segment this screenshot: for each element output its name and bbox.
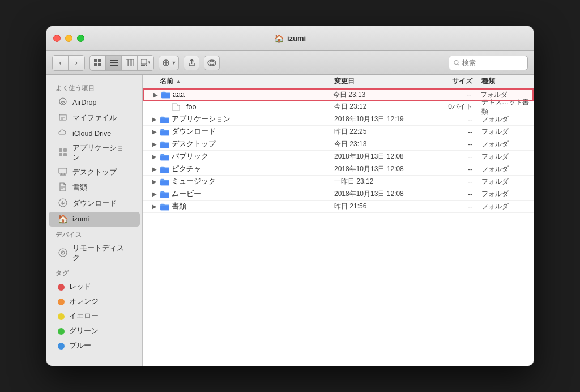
list-view-button[interactable] [106, 56, 122, 70]
svg-rect-7 [126, 59, 128, 66]
svg-rect-0 [94, 59, 97, 62]
tags-header: タグ [46, 266, 142, 279]
sidebar-item-label: デスクトップ [72, 168, 117, 177]
favorites-header: よく使う項目 [46, 80, 142, 94]
sidebar-item-label: オレンジ [69, 297, 99, 306]
disclosure-icon[interactable]: ▶ [151, 154, 158, 160]
file-type: フォルダ [477, 152, 534, 161]
svg-rect-9 [131, 59, 134, 66]
sidebar: よく使う項目 AirDrop マイファイル iCloud Drive [46, 75, 143, 366]
file-date: 今日 23:13 [329, 90, 430, 100]
sidebar-item-desktop[interactable]: デスクトップ [49, 165, 140, 180]
disclosure-icon[interactable]: ▶ [151, 116, 158, 122]
home-icon: 🏠 [274, 34, 284, 43]
title-text: izumi [287, 34, 306, 42]
svg-rect-10 [141, 59, 147, 64]
action-button[interactable]: ▼ [159, 56, 179, 70]
disclosure-icon[interactable]: ▶ [151, 203, 158, 210]
file-date: 昨日 21:56 [330, 202, 432, 211]
gallery-view-button[interactable]: ▼ [138, 56, 153, 70]
file-row[interactable]: ▶ デスクトップ 今日 23:13 -- フォルダ [143, 138, 534, 151]
sidebar-item-myfiles[interactable]: マイファイル [49, 110, 140, 126]
sidebar-item-label: ダウンロード [72, 199, 117, 208]
sidebar-item-tag-orange[interactable]: オレンジ [49, 295, 140, 309]
file-size: -- [432, 153, 477, 161]
file-type: フォルダ [477, 202, 534, 211]
svg-rect-30 [59, 153, 62, 156]
file-row[interactable]: ▶ アプリケーション 2018年10月13日 12:19 -- フォルダ [143, 113, 534, 126]
sidebar-item-remotedisk[interactable]: リモートディスク [49, 241, 140, 265]
col-type-header[interactable]: 種類 [477, 76, 534, 86]
sidebar-item-icloud[interactable]: iCloud Drive [49, 126, 140, 140]
file-type: フォルダ [477, 114, 534, 124]
svg-rect-3 [98, 63, 101, 66]
file-size: -- [432, 116, 477, 123]
sidebar-item-label: iCloud Drive [72, 130, 111, 138]
main-content: よく使う項目 AirDrop マイファイル iCloud Drive [46, 75, 534, 366]
myfiles-icon [58, 113, 68, 123]
close-button[interactable] [53, 35, 61, 42]
disclosure-icon[interactable]: ▶ [152, 92, 159, 98]
traffic-lights [53, 35, 84, 42]
tag-yellow-dot [58, 313, 65, 320]
disclosure-icon[interactable]: ▶ [151, 191, 158, 197]
file-row[interactable]: ▶ ピクチャ 2018年10月13日 12:08 -- フォルダ [143, 163, 534, 176]
file-name: ダウンロード [172, 127, 216, 137]
disclosure-icon[interactable]: ▶ [151, 141, 158, 147]
file-row[interactable]: ▶ パブリック 2018年10月13日 12:08 -- フォルダ [143, 151, 534, 163]
sidebar-item-downloads[interactable]: ダウンロード [49, 196, 140, 211]
column-view-button[interactable] [122, 56, 138, 70]
icloud-icon [58, 129, 68, 138]
file-date: 昨日 22:25 [330, 127, 432, 137]
disclosure-icon[interactable]: ▶ [151, 178, 158, 185]
folder-icon [160, 165, 170, 173]
minimize-button[interactable] [65, 35, 72, 42]
sidebar-item-tag-yellow[interactable]: イエロー [49, 309, 140, 323]
disclosure-icon[interactable]: ▶ [151, 129, 158, 135]
tag-orange-dot [58, 299, 65, 305]
remotedisk-icon [58, 248, 68, 259]
file-type: フォルダ [477, 189, 534, 199]
folder-icon [160, 178, 170, 186]
sidebar-item-airdrop[interactable]: AirDrop [49, 95, 140, 110]
svg-rect-1 [98, 59, 101, 62]
file-row[interactable]: ▶ foo 今日 23:12 0バイト テキス…ット書類 [143, 101, 534, 113]
sidebar-item-apps[interactable]: アプリケーション [49, 141, 140, 165]
file-row[interactable]: ▶ 書類 昨日 21:56 -- フォルダ [143, 201, 534, 213]
icon-view-button[interactable] [90, 56, 106, 70]
airdrop-icon [58, 97, 68, 108]
file-row[interactable]: ▶ ミュージック 一昨日 23:12 -- フォルダ [143, 176, 534, 188]
svg-line-21 [458, 63, 459, 65]
back-button[interactable]: ‹ [53, 56, 69, 70]
sidebar-item-izumi[interactable]: 🏠 izumi [49, 212, 140, 227]
sidebar-item-tag-blue[interactable]: ブルー [49, 339, 140, 353]
file-date: 2018年10月13日 12:08 [330, 152, 432, 161]
svg-point-43 [62, 252, 63, 253]
sidebar-item-docs[interactable]: 書類 [49, 180, 140, 195]
search-box[interactable] [449, 56, 528, 70]
sidebar-item-tag-red[interactable]: レッド [49, 280, 140, 294]
tag-button[interactable] [204, 56, 220, 70]
share-button[interactable] [184, 56, 199, 70]
sidebar-item-tag-green[interactable]: グリーン [49, 324, 140, 338]
svg-point-19 [210, 61, 214, 65]
fullscreen-button[interactable] [77, 35, 84, 42]
file-size: -- [432, 203, 477, 211]
folder-icon [160, 203, 170, 211]
disclosure-icon[interactable]: ▶ [151, 166, 158, 172]
nav-buttons: ‹ › [52, 55, 85, 71]
col-date-header[interactable]: 変更日 [330, 76, 432, 86]
folder-icon [160, 153, 170, 161]
file-row[interactable]: ▶ ダウンロード 昨日 22:25 -- フォルダ [143, 126, 534, 138]
sidebar-item-label: リモートディスク [72, 244, 131, 263]
file-row[interactable]: ▶ ムービー 2018年10月13日 12:08 -- フォルダ [143, 188, 534, 201]
file-name: foo [186, 103, 196, 111]
col-size-header[interactable]: サイズ [432, 76, 477, 86]
svg-rect-28 [59, 148, 62, 152]
search-input[interactable] [462, 59, 523, 67]
forward-button[interactable]: › [69, 56, 84, 70]
file-row[interactable]: ▶ aaa 今日 23:13 -- フォルダ [143, 88, 534, 101]
folder-icon [161, 91, 171, 99]
col-name-header[interactable]: 名前 ▲ [143, 76, 330, 86]
sidebar-item-label: 書類 [72, 183, 87, 193]
